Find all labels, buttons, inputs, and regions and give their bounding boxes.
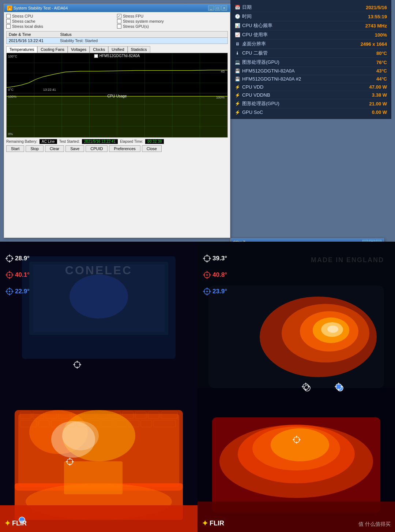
- svg-point-25: [69, 275, 128, 319]
- gpu-temp-label: 图形处理器(GPU): [242, 59, 279, 66]
- tab-statistics[interactable]: Statistics: [128, 46, 150, 53]
- aida-bottom: Remaining Battery: AC Line Test Started:…: [4, 138, 230, 153]
- save-button[interactable]: Save: [65, 145, 84, 152]
- stress-cache-option[interactable]: Stress cache: [6, 19, 117, 24]
- stress-cpu-checkbox[interactable]: [6, 14, 11, 18]
- cpu-value: 100%: [216, 96, 225, 99]
- sysinfo-ssd2-row: 💾 HFM512GDGTNI-82A0A #2 44°C: [235, 75, 387, 83]
- temperature-chart: 100°C 0°C 13:22:41 43 HFM512GDGTNI-82A0A: [7, 53, 227, 93]
- stress-disks-checkbox[interactable]: [6, 24, 11, 29]
- stress-fpu-option[interactable]: Stress FPU: [117, 14, 228, 19]
- svg-rect-34: [0, 505, 198, 532]
- flir-text-left: FLIR: [12, 520, 27, 527]
- watermark: 值 什么值得买: [358, 521, 391, 528]
- cpu-vddnb-icon: ⚡: [235, 93, 240, 98]
- stress-gpus-label: Stress GPU(s): [123, 24, 149, 29]
- test-started-label: Test Started:: [59, 139, 80, 144]
- maximize-button[interactable]: □: [215, 5, 221, 11]
- sysinfo-cpu-vddnb-row: ⚡ CPU VDDNB 3.38 W: [235, 91, 387, 99]
- ssd2-label: HFM512GDGTNI-82A0A #2: [242, 76, 301, 82]
- flir-logo-right: ✦ FLIR: [202, 519, 224, 528]
- stress-fpu-checkbox[interactable]: [117, 14, 121, 18]
- cpu-freq-icon: 📊: [235, 23, 240, 28]
- sysinfo-resolution-row: 🖥 桌面分辨率 2496 x 1664: [235, 40, 387, 49]
- clear-button[interactable]: Clear: [45, 145, 64, 152]
- right-panel: 📅 日期 2021/5/16 🕐 时间 13:55:19 📊 CPU 核心频率 …: [230, 0, 391, 242]
- close-button[interactable]: ×: [221, 5, 227, 11]
- temp-marker-2-right: 40.8°: [203, 271, 227, 279]
- crosshair-right-2: [335, 383, 343, 392]
- resolution-label: 桌面分辨率: [242, 41, 266, 47]
- stop-button[interactable]: Stop: [26, 145, 44, 152]
- crosshair-left-2: [66, 458, 74, 467]
- aida-window: 🔥 System Stability Test - AIDA64 _ □ × S…: [4, 4, 230, 238]
- ssd2-icon: 💾: [235, 77, 240, 82]
- cpu-freq-value: 2743 MHz: [365, 23, 387, 29]
- aida-titlebar: 🔥 System Stability Test - AIDA64 _ □ ×: [4, 4, 230, 12]
- preferences-button[interactable]: Preferences: [109, 145, 140, 152]
- resolution-icon: 🖥: [235, 41, 240, 46]
- close-button-bottom[interactable]: Close: [142, 145, 162, 152]
- charts-area: 100°C 0°C 13:22:41 43 HFM512GDGTNI-82A0A: [6, 53, 228, 138]
- date-icon: 📅: [235, 5, 240, 10]
- temp-val-3-right: 23.9°: [212, 288, 227, 295]
- status-value: Stability Test: Started: [60, 38, 98, 43]
- tab-cooling-fans[interactable]: Cooling Fans: [37, 46, 68, 53]
- temp-chart-label: HFM512GDGTNI-82A0A: [94, 54, 140, 58]
- cpu-vdd-label: CPU VDD: [242, 84, 264, 90]
- cpu-usage-value: 100%: [375, 32, 387, 38]
- stress-gpus-checkbox[interactable]: [117, 24, 121, 29]
- battery-row: Remaining Battery: AC Line Test Started:…: [6, 139, 228, 144]
- status-header: Date & Time Status: [7, 31, 227, 38]
- thermal-left: CONELEC 28.9° 40.1°: [0, 242, 198, 532]
- stress-gpus-option[interactable]: Stress GPU(s): [117, 24, 228, 29]
- battery-label: Remaining Battery:: [6, 139, 37, 144]
- temp-marker-1-left: 28.9°: [5, 254, 30, 263]
- toolbar-buttons: Start Stop Clear Save CPUID Preferences …: [6, 145, 228, 152]
- date-time-header: Date & Time: [9, 32, 31, 37]
- crosshair-right-3: [293, 436, 301, 445]
- stress-sysmem-checkbox[interactable]: [117, 19, 121, 23]
- cpu-y-max: 100%: [8, 95, 16, 98]
- sysinfo-date-row: 📅 日期 2021/5/16: [235, 3, 387, 12]
- svg-point-114: [206, 274, 208, 276]
- tab-voltages[interactable]: Voltages: [68, 46, 90, 53]
- titlebar-controls[interactable]: _ □ ×: [208, 5, 227, 11]
- test-started-value: 2021/5/16 13:22:41: [82, 139, 118, 144]
- sysinfo-time-row: 🕐 时间 13:55:19: [235, 12, 387, 21]
- sysinfo-cpu-freq-row: 📊 CPU 核心频率 2743 MHz: [235, 21, 387, 30]
- temp-chart-title: HFM512GDGTNI-82A0A: [99, 54, 140, 58]
- status-row: 2021/5/16 13:22:41 Stability Test: Start…: [7, 38, 227, 44]
- svg-point-70: [9, 274, 10, 276]
- minimize-button[interactable]: _: [208, 5, 214, 11]
- gpu-soc-icon: ⚡: [235, 110, 240, 115]
- gpu-soc-label: GPU SoC: [242, 109, 263, 115]
- stress-disks-option[interactable]: Stress local disks: [6, 24, 117, 29]
- time-value: 13:55:19: [368, 14, 387, 19]
- tab-unified[interactable]: Unified: [108, 46, 127, 53]
- cpu-chart-label: CPU Usage: [108, 94, 127, 98]
- temp-val-2-left: 40.1°: [15, 271, 30, 279]
- temp-checkbox: [94, 54, 98, 58]
- sysinfo-cpu-diode-row: 🌡 CPU 二极管 80°C: [235, 49, 387, 58]
- stress-sysmem-option[interactable]: Stress system memory: [117, 19, 228, 24]
- ssd2-value: 44°C: [376, 76, 387, 82]
- temp-val-3-left: 22.9°: [15, 288, 30, 295]
- thermal-right: MADE IN ENGLAND 39.3° 40.8°: [198, 242, 395, 532]
- start-button[interactable]: Start: [6, 145, 24, 152]
- sysinfo-gpu-soc-row: ⚡ GPU SoC 0.00 W: [235, 108, 387, 116]
- tab-clocks[interactable]: Clocks: [90, 46, 108, 53]
- temp-val-1-right: 39.3°: [212, 255, 227, 262]
- cpu-vdd-icon: ⚡: [235, 85, 240, 90]
- battery-value: AC Line: [40, 139, 57, 144]
- stress-cache-checkbox[interactable]: [6, 19, 11, 23]
- cpu-usage-label: CPU 使用率: [242, 31, 268, 38]
- flir-text-right: FLIR: [210, 520, 224, 527]
- stress-cpu-option[interactable]: Stress CPU: [6, 14, 117, 19]
- cpuid-button[interactable]: CPUID: [86, 145, 108, 152]
- aida-title: System Stability Test - AIDA64: [14, 6, 68, 10]
- gpu-soc-value: 0.00 W: [372, 109, 387, 115]
- cpu-diode-value: 80°C: [376, 51, 387, 56]
- time-label: 时间: [242, 13, 252, 20]
- tab-temperatures[interactable]: Temperatures: [6, 46, 37, 53]
